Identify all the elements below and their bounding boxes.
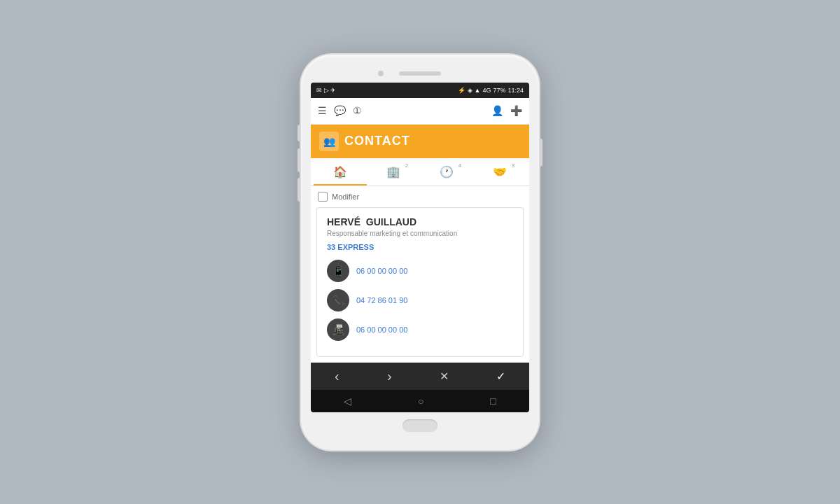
contact-name: Hervé GUILLAUD xyxy=(327,216,513,227)
building-icon: 🏢 xyxy=(386,165,400,178)
contact-phone-row: 📞 04 72 86 01 90 xyxy=(327,289,513,312)
phone-icon: 📞 xyxy=(327,289,349,312)
forward-button[interactable]: › xyxy=(380,367,399,386)
tab-deals[interactable]: 🤝 3 xyxy=(473,158,526,186)
contact-mobile-row: 📱 06 00 00 00 00 xyxy=(327,260,513,282)
front-camera xyxy=(378,71,384,76)
bluetooth-icon: ⚡ xyxy=(458,87,465,94)
handshake-icon: 🤝 xyxy=(493,165,507,178)
android-back-button[interactable]: ◁ xyxy=(344,396,351,407)
group-icon: 👥 xyxy=(323,136,335,147)
user-profile-icon[interactable]: 👤 xyxy=(491,106,503,115)
app-bar-left: ☰ 💬 ① xyxy=(318,106,362,115)
camera-button xyxy=(298,178,300,202)
phone-device: ✉ ▷ ✈ ⚡ ◈ ▲ 4G 77% 11:24 ☰ 💬 ① 👤 ➕ xyxy=(301,55,539,450)
status-right-info: ⚡ ◈ ▲ 4G 77% 11:24 xyxy=(458,87,524,94)
power-button xyxy=(540,139,542,167)
android-recent-button[interactable]: □ xyxy=(490,396,496,407)
signal-icon: ◈ xyxy=(468,87,472,94)
mobile-icon: 📱 xyxy=(327,260,349,282)
bottom-navigation: ‹ › ✕ ✓ xyxy=(311,363,529,390)
modifier-checkbox[interactable] xyxy=(318,192,328,202)
app-bar: ☰ 💬 ① 👤 ➕ xyxy=(311,98,529,125)
company-badge: 2 xyxy=(405,162,408,169)
home-physical-button[interactable] xyxy=(402,419,438,432)
notification-icons: ✉ ▷ ✈ xyxy=(316,87,336,94)
tab-bar: 🏠 🏢 2 🕐 4 🤝 3 xyxy=(311,158,529,186)
phone-bottom xyxy=(311,412,529,435)
back-button[interactable]: ‹ xyxy=(328,367,346,386)
contact-header: 👥 CONTACT xyxy=(311,125,529,158)
cancel-button[interactable]: ✕ xyxy=(433,368,456,384)
confirm-button[interactable]: ✓ xyxy=(489,368,512,384)
contact-first-name: Hervé xyxy=(327,216,360,227)
android-home-button[interactable]: ○ xyxy=(418,396,424,407)
contact-phone-number[interactable]: 04 72 86 01 90 xyxy=(356,296,407,304)
clock-icon: 🕐 xyxy=(440,165,454,178)
phone-top xyxy=(311,67,529,83)
add-user-icon[interactable]: ➕ xyxy=(510,106,522,115)
hamburger-menu-icon[interactable]: ☰ xyxy=(318,106,327,115)
battery-level: 77% xyxy=(493,87,505,94)
contact-fax-row: 📠 06 00 00 00 00 xyxy=(327,318,513,341)
tab-company[interactable]: 🏢 2 xyxy=(367,158,420,186)
modifier-label: Modifier xyxy=(332,192,359,201)
phone-screen: ✉ ▷ ✈ ⚡ ◈ ▲ 4G 77% 11:24 ☰ 💬 ① 👤 ➕ xyxy=(311,83,529,412)
fax-icon: 📠 xyxy=(327,318,349,341)
home-icon: 🏠 xyxy=(333,165,347,178)
app-bar-right: 👤 ➕ xyxy=(491,106,522,115)
history-badge: 4 xyxy=(458,162,461,169)
clock: 11:24 xyxy=(507,87,524,94)
volume-down-button xyxy=(298,148,300,172)
wifi-icon: ▲ xyxy=(475,87,481,94)
contact-header-icon: 👥 xyxy=(319,132,339,151)
contact-last-name: GUILLAUD xyxy=(366,216,416,227)
contact-job-title: Responsable marketing et communication xyxy=(327,230,513,237)
contact-header-title: CONTACT xyxy=(344,134,410,148)
contact-company[interactable]: 33 EXPRESS xyxy=(327,243,513,251)
tab-history[interactable]: 🕐 4 xyxy=(420,158,473,186)
chat-icon[interactable]: 💬 xyxy=(334,106,346,115)
volume-up-button xyxy=(298,125,300,141)
speaker xyxy=(399,71,441,76)
tab-home[interactable]: 🏠 xyxy=(314,158,367,186)
modifier-row: Modifier xyxy=(311,186,529,207)
status-left-icons: ✉ ▷ ✈ xyxy=(316,87,336,94)
contact-card: Hervé GUILLAUD Responsable marketing et … xyxy=(316,207,524,357)
android-navigation: ◁ ○ □ xyxy=(311,390,529,412)
status-bar: ✉ ▷ ✈ ⚡ ◈ ▲ 4G 77% 11:24 xyxy=(311,83,529,98)
network-type: 4G xyxy=(482,87,491,94)
contact-fax-number[interactable]: 06 00 00 00 00 xyxy=(356,326,407,334)
deals-badge: 3 xyxy=(512,162,514,169)
contact-mobile-number[interactable]: 06 00 00 00 00 xyxy=(356,267,407,275)
help-icon[interactable]: ① xyxy=(353,106,362,115)
